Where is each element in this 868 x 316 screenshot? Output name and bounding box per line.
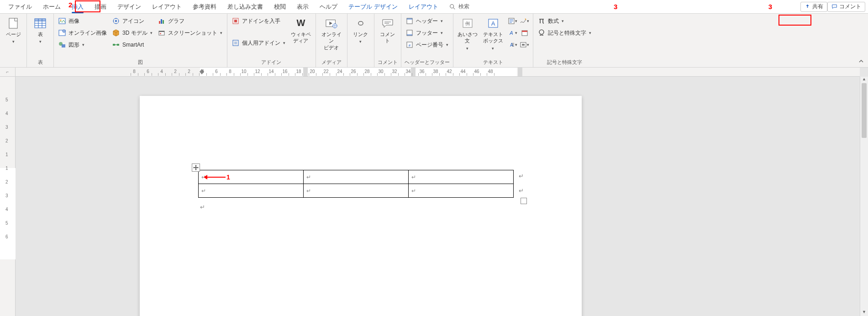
table-row[interactable]: ↵ ↵ ↵ <box>199 184 514 198</box>
tab-draw[interactable]: 描画 <box>89 0 112 14</box>
scroll-up-button[interactable]: ▲ <box>860 77 868 83</box>
table-cell[interactable]: ↵ <box>304 170 409 184</box>
ruler-number: 4 <box>5 111 8 116</box>
page-number-button[interactable]: #ページ番号 ▾ <box>404 39 450 50</box>
online-pictures-button[interactable]: オンライン画像 <box>57 27 109 38</box>
paragraph-mark: ↵ <box>200 204 205 211</box>
scroll-thumb[interactable] <box>862 83 867 138</box>
group-media: オンライン ビデオ メディア <box>316 14 347 67</box>
tab-mailings[interactable]: 差し込み文書 <box>222 0 268 14</box>
tab-review[interactable]: 校閲 <box>268 0 291 14</box>
tab-table-layout[interactable]: レイアウト <box>403 0 444 14</box>
horizontal-ruler[interactable]: 8642246810121416182022242628303234363842… <box>16 68 860 77</box>
greeting-icon: 例 <box>462 18 473 29</box>
online-video-button[interactable]: オンライン ビデオ <box>319 16 344 53</box>
table-resize-handle[interactable] <box>521 198 527 204</box>
search-box[interactable]: 検索 <box>444 3 475 11</box>
ruler-number: 18 <box>296 69 301 74</box>
icons-button[interactable]: アイコン <box>110 16 154 26</box>
svg-point-6 <box>60 20 62 21</box>
icons-icon <box>112 17 120 25</box>
header-button[interactable]: ヘッダー ▾ <box>404 16 450 26</box>
object-button[interactable]: ▾ <box>519 39 530 50</box>
signature-button[interactable]: ▾ <box>519 16 530 26</box>
ruler-number: 4 <box>5 207 8 212</box>
svg-rect-20 <box>160 33 161 34</box>
screenshot-button[interactable]: スクリーンショット ▾ <box>156 27 224 38</box>
textbox-button[interactable]: A テキスト ボックス▾ <box>481 16 505 53</box>
quick-parts-button[interactable]: ▾ <box>507 16 518 26</box>
ruler-number: 2 <box>174 69 177 74</box>
vertical-scrollbar[interactable]: ▲ ▼ <box>860 77 868 316</box>
ruler-number: 38 <box>433 69 438 74</box>
chevron-down-icon: ▾ <box>283 41 285 45</box>
group-addins: アドインを入手 個人用アドイン ▾ W ウィキペディア アドイン <box>227 14 316 67</box>
wordart-button[interactable]: A▾ <box>507 27 518 38</box>
link-button[interactable]: リンク ▾ <box>350 16 371 46</box>
annotation-3-num: 3 <box>614 3 617 11</box>
tab-design[interactable]: デザイン <box>112 0 147 14</box>
ruler-number: 24 <box>337 69 342 74</box>
online-pictures-icon <box>58 29 66 37</box>
cube-icon <box>112 29 120 37</box>
table-cell[interactable]: ↵ <box>199 184 304 198</box>
tab-layout[interactable]: レイアウト <box>147 0 187 14</box>
ribbon: ページ ▾ 表 ▾ 表 画像 オンライン画像 図形 ▾ アイコン 3D <box>0 14 868 68</box>
ruler-number: 36 <box>419 69 424 74</box>
my-addins-button[interactable]: 個人用アドイン ▾ <box>230 37 287 48</box>
get-addins-button[interactable]: アドインを入手 <box>230 16 287 26</box>
row-end-mark: ↵ <box>519 187 524 194</box>
smartart-button[interactable]: SmartArt <box>110 39 154 50</box>
tab-table-design[interactable]: テーブル デザイン <box>343 0 403 14</box>
shapes-button[interactable]: 図形 ▾ <box>57 39 109 50</box>
tab-home[interactable]: ホーム <box>37 0 66 14</box>
table-row[interactable]: ↵ ↵ ↵ <box>199 170 514 184</box>
store-icon <box>232 17 239 25</box>
collapse-ribbon-button[interactable] <box>858 58 864 64</box>
table-cell[interactable]: ↵ <box>409 184 514 198</box>
dropcap-button[interactable]: A▾ <box>507 39 518 50</box>
svg-rect-16 <box>161 19 162 24</box>
comments-button[interactable]: コメント <box>827 2 865 12</box>
ruler-number: 28 <box>364 69 369 74</box>
tab-help[interactable]: ヘルプ <box>314 0 343 14</box>
greeting-button[interactable]: 例 あいさつ 文▾ <box>456 16 479 53</box>
svg-rect-28 <box>407 18 412 20</box>
omega-icon <box>538 29 545 37</box>
pictures-icon <box>58 17 66 25</box>
document-table[interactable]: ↵ ↵ ↵ ↵ ↵ ↵ <box>198 170 514 198</box>
symbol-button[interactable]: 記号と特殊文字 ▾ <box>536 27 593 38</box>
ruler-corner: ⌐ <box>0 68 16 77</box>
share-icon <box>805 4 810 10</box>
document-canvas[interactable]: ↵ ↵ ↵ ↵ ↵ ↵ ↵ ↵ ↵ 1 <box>16 77 860 316</box>
tab-view[interactable]: 表示 <box>291 0 314 14</box>
chevron-down-icon: ▾ <box>441 31 443 35</box>
ruler-number: 1 <box>5 152 8 157</box>
group-header-footer: ヘッダー ▾ フッター ▾ #ページ番号 ▾ ヘッダーとフッター <box>401 14 453 67</box>
share-button[interactable]: 共有 <box>800 2 827 12</box>
ruler-number: 2 <box>5 138 8 143</box>
table-move-handle[interactable] <box>192 163 200 172</box>
comment-icon <box>831 4 837 10</box>
vertical-ruler[interactable]: 54321123456 <box>0 77 16 316</box>
ruler-number: 3 <box>5 193 8 198</box>
pictures-button[interactable]: 画像 <box>57 16 109 26</box>
tab-references[interactable]: 参考資料 <box>187 0 222 14</box>
3d-models-button[interactable]: 3D モデル ▾ <box>110 27 154 38</box>
document-area: ⌐ 86422468101214161820222426283032343638… <box>0 68 868 316</box>
wikipedia-button[interactable]: W ウィキペディア <box>289 16 313 46</box>
footer-button[interactable]: フッター ▾ <box>404 27 450 38</box>
svg-text:W: W <box>296 18 305 28</box>
table-cell[interactable]: ↵ <box>304 184 409 198</box>
equation-button[interactable]: 数式 ▾ <box>536 16 593 26</box>
insert-comment-button[interactable]: コメント <box>377 16 398 46</box>
shapes-icon <box>58 41 66 48</box>
scroll-down-button[interactable]: ▼ <box>860 310 868 316</box>
datetime-button[interactable] <box>519 27 530 38</box>
pages-button[interactable]: ページ ▾ <box>3 16 24 46</box>
chart-button[interactable]: グラフ <box>156 16 224 26</box>
tab-file[interactable]: ファイル <box>3 0 37 14</box>
insert-table-button[interactable]: 表 ▾ <box>30 16 51 46</box>
svg-rect-17 <box>163 20 164 24</box>
table-cell[interactable]: ↵ <box>409 170 514 184</box>
